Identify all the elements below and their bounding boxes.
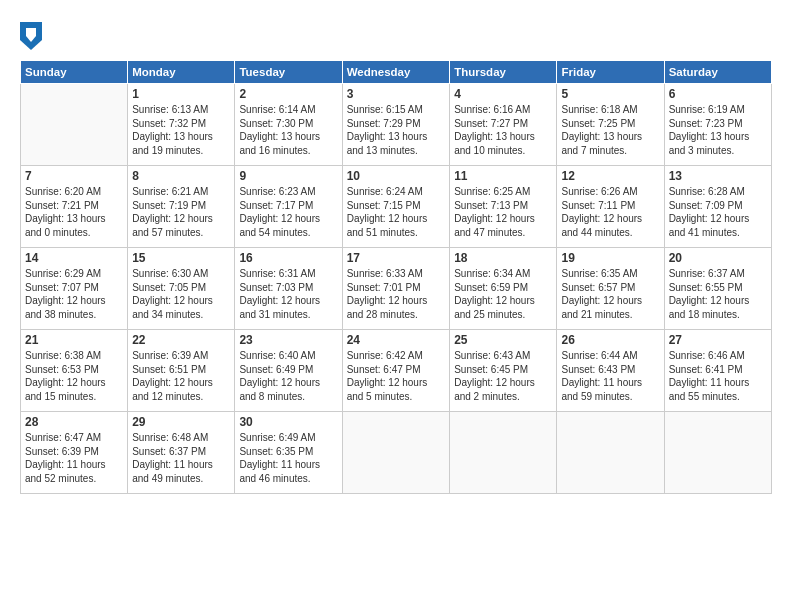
calendar-cell — [664, 412, 771, 494]
day-info: Sunrise: 6:35 AM Sunset: 6:57 PM Dayligh… — [561, 267, 659, 321]
calendar-cell: 5Sunrise: 6:18 AM Sunset: 7:25 PM Daylig… — [557, 84, 664, 166]
day-number: 4 — [454, 87, 552, 101]
calendar-cell: 21Sunrise: 6:38 AM Sunset: 6:53 PM Dayli… — [21, 330, 128, 412]
day-number: 26 — [561, 333, 659, 347]
day-number: 14 — [25, 251, 123, 265]
calendar-cell: 16Sunrise: 6:31 AM Sunset: 7:03 PM Dayli… — [235, 248, 342, 330]
day-info: Sunrise: 6:34 AM Sunset: 6:59 PM Dayligh… — [454, 267, 552, 321]
calendar-header-row: SundayMondayTuesdayWednesdayThursdayFrid… — [21, 61, 772, 84]
calendar-cell: 29Sunrise: 6:48 AM Sunset: 6:37 PM Dayli… — [128, 412, 235, 494]
day-number: 3 — [347, 87, 446, 101]
day-number: 17 — [347, 251, 446, 265]
day-number: 27 — [669, 333, 767, 347]
calendar-cell: 25Sunrise: 6:43 AM Sunset: 6:45 PM Dayli… — [450, 330, 557, 412]
day-number: 12 — [561, 169, 659, 183]
calendar-week-3: 14Sunrise: 6:29 AM Sunset: 7:07 PM Dayli… — [21, 248, 772, 330]
day-number: 13 — [669, 169, 767, 183]
calendar-header-sunday: Sunday — [21, 61, 128, 84]
calendar-cell: 14Sunrise: 6:29 AM Sunset: 7:07 PM Dayli… — [21, 248, 128, 330]
page: SundayMondayTuesdayWednesdayThursdayFrid… — [0, 0, 792, 612]
calendar-week-5: 28Sunrise: 6:47 AM Sunset: 6:39 PM Dayli… — [21, 412, 772, 494]
calendar-header-monday: Monday — [128, 61, 235, 84]
calendar-cell: 6Sunrise: 6:19 AM Sunset: 7:23 PM Daylig… — [664, 84, 771, 166]
calendar-cell: 18Sunrise: 6:34 AM Sunset: 6:59 PM Dayli… — [450, 248, 557, 330]
day-number: 7 — [25, 169, 123, 183]
calendar-cell: 1Sunrise: 6:13 AM Sunset: 7:32 PM Daylig… — [128, 84, 235, 166]
calendar-cell — [342, 412, 450, 494]
calendar-cell: 26Sunrise: 6:44 AM Sunset: 6:43 PM Dayli… — [557, 330, 664, 412]
day-info: Sunrise: 6:25 AM Sunset: 7:13 PM Dayligh… — [454, 185, 552, 239]
day-info: Sunrise: 6:48 AM Sunset: 6:37 PM Dayligh… — [132, 431, 230, 485]
logo-icon — [20, 22, 42, 50]
day-info: Sunrise: 6:14 AM Sunset: 7:30 PM Dayligh… — [239, 103, 337, 157]
day-info: Sunrise: 6:29 AM Sunset: 7:07 PM Dayligh… — [25, 267, 123, 321]
day-number: 5 — [561, 87, 659, 101]
day-number: 15 — [132, 251, 230, 265]
day-number: 2 — [239, 87, 337, 101]
day-number: 1 — [132, 87, 230, 101]
calendar-cell: 15Sunrise: 6:30 AM Sunset: 7:05 PM Dayli… — [128, 248, 235, 330]
day-number: 29 — [132, 415, 230, 429]
calendar-cell: 13Sunrise: 6:28 AM Sunset: 7:09 PM Dayli… — [664, 166, 771, 248]
calendar-cell: 8Sunrise: 6:21 AM Sunset: 7:19 PM Daylig… — [128, 166, 235, 248]
calendar-cell: 10Sunrise: 6:24 AM Sunset: 7:15 PM Dayli… — [342, 166, 450, 248]
calendar-header-saturday: Saturday — [664, 61, 771, 84]
calendar-header-thursday: Thursday — [450, 61, 557, 84]
calendar-cell: 27Sunrise: 6:46 AM Sunset: 6:41 PM Dayli… — [664, 330, 771, 412]
day-info: Sunrise: 6:44 AM Sunset: 6:43 PM Dayligh… — [561, 349, 659, 403]
calendar-cell: 23Sunrise: 6:40 AM Sunset: 6:49 PM Dayli… — [235, 330, 342, 412]
calendar-week-1: 1Sunrise: 6:13 AM Sunset: 7:32 PM Daylig… — [21, 84, 772, 166]
calendar-cell: 3Sunrise: 6:15 AM Sunset: 7:29 PM Daylig… — [342, 84, 450, 166]
calendar-week-2: 7Sunrise: 6:20 AM Sunset: 7:21 PM Daylig… — [21, 166, 772, 248]
calendar-cell: 20Sunrise: 6:37 AM Sunset: 6:55 PM Dayli… — [664, 248, 771, 330]
day-info: Sunrise: 6:46 AM Sunset: 6:41 PM Dayligh… — [669, 349, 767, 403]
calendar-cell — [21, 84, 128, 166]
day-info: Sunrise: 6:23 AM Sunset: 7:17 PM Dayligh… — [239, 185, 337, 239]
calendar-cell: 19Sunrise: 6:35 AM Sunset: 6:57 PM Dayli… — [557, 248, 664, 330]
day-number: 18 — [454, 251, 552, 265]
day-number: 24 — [347, 333, 446, 347]
day-number: 10 — [347, 169, 446, 183]
day-number: 30 — [239, 415, 337, 429]
calendar-week-4: 21Sunrise: 6:38 AM Sunset: 6:53 PM Dayli… — [21, 330, 772, 412]
calendar-header-wednesday: Wednesday — [342, 61, 450, 84]
day-number: 11 — [454, 169, 552, 183]
day-info: Sunrise: 6:26 AM Sunset: 7:11 PM Dayligh… — [561, 185, 659, 239]
day-number: 21 — [25, 333, 123, 347]
day-info: Sunrise: 6:18 AM Sunset: 7:25 PM Dayligh… — [561, 103, 659, 157]
day-info: Sunrise: 6:47 AM Sunset: 6:39 PM Dayligh… — [25, 431, 123, 485]
day-info: Sunrise: 6:39 AM Sunset: 6:51 PM Dayligh… — [132, 349, 230, 403]
calendar-cell: 11Sunrise: 6:25 AM Sunset: 7:13 PM Dayli… — [450, 166, 557, 248]
calendar-cell: 17Sunrise: 6:33 AM Sunset: 7:01 PM Dayli… — [342, 248, 450, 330]
day-number: 23 — [239, 333, 337, 347]
calendar-cell: 9Sunrise: 6:23 AM Sunset: 7:17 PM Daylig… — [235, 166, 342, 248]
calendar-cell: 2Sunrise: 6:14 AM Sunset: 7:30 PM Daylig… — [235, 84, 342, 166]
day-info: Sunrise: 6:37 AM Sunset: 6:55 PM Dayligh… — [669, 267, 767, 321]
calendar-cell: 28Sunrise: 6:47 AM Sunset: 6:39 PM Dayli… — [21, 412, 128, 494]
day-number: 19 — [561, 251, 659, 265]
day-info: Sunrise: 6:16 AM Sunset: 7:27 PM Dayligh… — [454, 103, 552, 157]
day-info: Sunrise: 6:43 AM Sunset: 6:45 PM Dayligh… — [454, 349, 552, 403]
day-info: Sunrise: 6:21 AM Sunset: 7:19 PM Dayligh… — [132, 185, 230, 239]
calendar-cell: 22Sunrise: 6:39 AM Sunset: 6:51 PM Dayli… — [128, 330, 235, 412]
day-number: 16 — [239, 251, 337, 265]
day-info: Sunrise: 6:38 AM Sunset: 6:53 PM Dayligh… — [25, 349, 123, 403]
day-number: 28 — [25, 415, 123, 429]
day-info: Sunrise: 6:40 AM Sunset: 6:49 PM Dayligh… — [239, 349, 337, 403]
day-number: 9 — [239, 169, 337, 183]
day-info: Sunrise: 6:30 AM Sunset: 7:05 PM Dayligh… — [132, 267, 230, 321]
calendar-cell — [557, 412, 664, 494]
logo — [20, 22, 46, 50]
calendar-cell — [450, 412, 557, 494]
calendar-header-friday: Friday — [557, 61, 664, 84]
calendar-cell: 30Sunrise: 6:49 AM Sunset: 6:35 PM Dayli… — [235, 412, 342, 494]
day-number: 8 — [132, 169, 230, 183]
day-info: Sunrise: 6:49 AM Sunset: 6:35 PM Dayligh… — [239, 431, 337, 485]
calendar-cell: 4Sunrise: 6:16 AM Sunset: 7:27 PM Daylig… — [450, 84, 557, 166]
day-number: 25 — [454, 333, 552, 347]
day-info: Sunrise: 6:24 AM Sunset: 7:15 PM Dayligh… — [347, 185, 446, 239]
day-info: Sunrise: 6:20 AM Sunset: 7:21 PM Dayligh… — [25, 185, 123, 239]
day-number: 20 — [669, 251, 767, 265]
day-number: 6 — [669, 87, 767, 101]
calendar: SundayMondayTuesdayWednesdayThursdayFrid… — [20, 60, 772, 494]
